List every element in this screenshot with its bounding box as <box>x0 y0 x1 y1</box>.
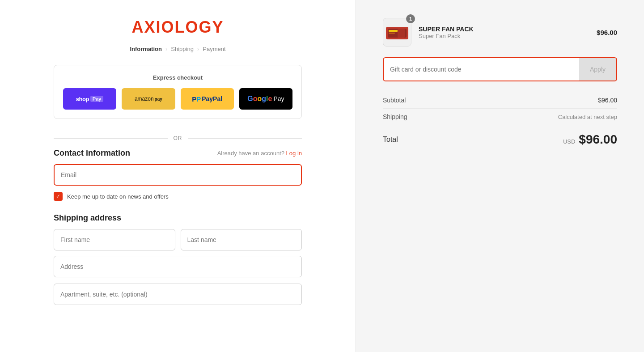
address-form-group <box>54 256 302 277</box>
divider-text: OR <box>174 135 182 141</box>
google-g: Google <box>247 95 272 103</box>
product-info: SUPER FAN PACK Super Fan Pack <box>419 25 589 39</box>
svg-rect-4 <box>398 29 405 38</box>
paypal-p1: P <box>192 95 196 103</box>
first-name-input[interactable] <box>54 229 175 250</box>
newsletter-checkbox-row: ✓ Keep me up to date on news and offers <box>54 192 302 201</box>
product-price: $96.00 <box>597 29 617 36</box>
svg-rect-2 <box>389 30 398 32</box>
breadcrumb-shipping: Shipping <box>171 46 194 52</box>
last-name-input[interactable] <box>181 229 302 250</box>
express-checkout-title: Express checkout <box>63 74 292 81</box>
apply-discount-button[interactable]: Apply <box>579 58 616 81</box>
shipping-value: Calculated at next step <box>558 114 617 120</box>
contact-section-header: Contact information Already have an acco… <box>54 148 302 158</box>
shipping-label: Shipping <box>383 113 407 120</box>
shop-pay-button[interactable]: shop Pay <box>63 88 116 110</box>
product-image <box>383 18 411 47</box>
email-input[interactable] <box>54 164 302 186</box>
shop-pay-label: shop <box>76 96 89 102</box>
divider-line-left <box>54 138 168 139</box>
subtotal-value: $96.00 <box>598 97 617 104</box>
discount-section: Apply <box>383 57 617 81</box>
divider-line-right <box>188 138 302 139</box>
breadcrumb-sep-2: › <box>197 46 199 52</box>
amazon-pay-sub: pay <box>155 97 162 102</box>
google-pay-label: Pay <box>273 95 284 102</box>
total-label: Total <box>383 136 398 144</box>
logo: AXIOLOGY <box>131 18 224 37</box>
left-panel: AXIOLOGY Information › Shipping › Paymen… <box>0 0 356 352</box>
newsletter-checkbox[interactable]: ✓ <box>54 192 63 201</box>
product-variant: Super Fan Pack <box>419 33 589 39</box>
subtotal-line: Subtotal $96.00 <box>383 92 617 109</box>
login-link[interactable]: Log in <box>286 150 302 157</box>
product-quantity-badge: 1 <box>406 14 415 23</box>
or-divider: OR <box>54 135 302 141</box>
right-panel: 1 SUPER FAN PACK Super Fan Pack $96.00 A… <box>356 0 644 352</box>
total-currency: USD <box>563 138 575 145</box>
shipping-line: Shipping Calculated at next step <box>383 109 617 125</box>
name-form-row <box>54 229 302 250</box>
subtotal-label: Subtotal <box>383 97 406 104</box>
paypal-p2: P <box>196 95 201 103</box>
svg-rect-3 <box>389 33 395 34</box>
product-name: SUPER FAN PACK <box>419 25 589 33</box>
payment-buttons: shop Pay amazon pay P P PayPal Google Pa… <box>63 88 292 110</box>
login-prompt: Already have an account? Log in <box>217 150 302 157</box>
total-line: Total USD $96.00 <box>383 125 617 154</box>
total-value-wrapper: USD $96.00 <box>563 132 617 147</box>
amazon-pay-button[interactable]: amazon pay <box>122 88 175 110</box>
paypal-label: PayPal <box>202 95 222 102</box>
order-item: 1 SUPER FAN PACK Super Fan Pack $96.00 <box>383 18 617 47</box>
breadcrumb-sep-1: › <box>165 46 167 52</box>
breadcrumb: Information › Shipping › Payment <box>130 46 225 52</box>
apartment-form-group <box>54 284 302 305</box>
product-image-wrapper: 1 <box>383 18 411 47</box>
product-image-svg <box>385 23 409 41</box>
shipping-section: Shipping address <box>54 213 302 311</box>
breadcrumb-payment: Payment <box>203 46 225 52</box>
apartment-input[interactable] <box>54 284 302 305</box>
discount-input[interactable] <box>384 58 579 81</box>
address-input[interactable] <box>54 256 302 277</box>
shop-pay-badge: Pay <box>90 96 104 102</box>
amazon-pay-label: amazon <box>135 96 154 102</box>
contact-section-title: Contact information <box>54 148 130 158</box>
express-checkout-section: Express checkout shop Pay amazon pay P P… <box>54 65 302 119</box>
total-value: $96.00 <box>579 132 617 147</box>
shipping-section-title: Shipping address <box>54 213 121 222</box>
newsletter-label: Keep me up to date on news and offers <box>67 193 169 200</box>
email-form-group <box>54 164 302 186</box>
paypal-button[interactable]: P P PayPal <box>181 88 234 110</box>
google-pay-button[interactable]: Google Pay <box>239 88 292 110</box>
breadcrumb-information: Information <box>130 46 162 52</box>
